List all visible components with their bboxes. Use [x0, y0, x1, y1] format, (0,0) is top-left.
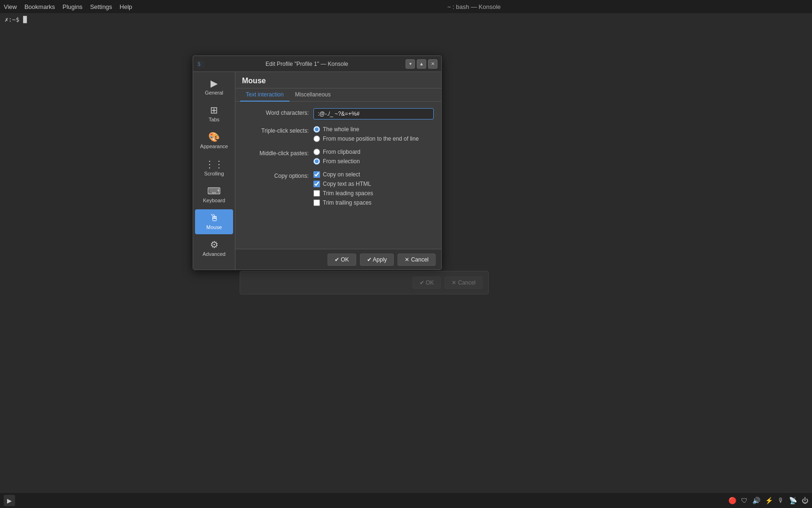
trim-trailing-label: Trim trailing spaces	[323, 199, 372, 206]
dialog-body: ▶ General ⊞ Tabs 🎨 Appearance ⋮⋮ Scrolli…	[193, 72, 441, 270]
menu-view[interactable]: View	[4, 3, 17, 10]
copy-on-select-checkbox[interactable]	[313, 171, 320, 178]
tab-bar: Text interaction Miscellaneous	[235, 88, 441, 102]
word-characters-row: Word characters:	[243, 108, 434, 119]
network-icon[interactable]: 📡	[789, 497, 797, 504]
triple-click-label: Triple-click selects:	[243, 126, 313, 134]
sidebar-item-tabs[interactable]: ⊞ Tabs	[195, 102, 233, 127]
middle-click-selection-radio[interactable]	[313, 158, 320, 165]
copy-as-html-label: Copy text as HTML	[323, 181, 371, 187]
middle-click-label: Middle-click pastes:	[243, 149, 313, 157]
dialog-footer: ✔ OK ✔ Apply ✕ Cancel	[235, 249, 441, 270]
apply-button[interactable]: ✔ Apply	[360, 254, 394, 266]
dialog-container: $ Edit Profile "Profile 1" — Konsole ▾ ▲…	[193, 56, 442, 270]
sidebar-item-general[interactable]: ▶ General	[195, 75, 233, 100]
general-icon: ▶	[211, 79, 218, 88]
middle-click-selection-label: From selection	[323, 158, 360, 165]
triple-click-row: Triple-click selects: The whole line Fro…	[243, 126, 434, 142]
sidebar-item-scrolling[interactable]: ⋮⋮ Scrolling	[195, 156, 233, 181]
tab-content: Word characters: Triple-click selects: T…	[235, 102, 441, 249]
taskbar-left-btn[interactable]: ▶	[4, 495, 15, 506]
middle-click-clipboard-label: From clipboard	[323, 149, 360, 155]
content-header: Mouse	[235, 72, 441, 88]
keyboard-icon: ⌨	[207, 186, 221, 196]
middle-click-clipboard[interactable]: From clipboard	[313, 149, 434, 155]
sidebar-item-keyboard[interactable]: ⌨ Keyboard	[195, 183, 233, 207]
middle-click-clipboard-radio[interactable]	[313, 149, 320, 155]
triple-click-whole-line-label: The whole line	[323, 126, 359, 133]
copy-on-select-label: Copy on select	[323, 171, 360, 178]
cancel-button[interactable]: ✕ Cancel	[398, 254, 436, 266]
sidebar-label-advanced: Advanced	[203, 251, 226, 257]
sidebar-label-scrolling: Scrolling	[204, 171, 224, 177]
tabs-icon: ⊞	[210, 105, 218, 115]
trim-trailing-row[interactable]: Trim trailing spaces	[313, 199, 434, 206]
volume-icon[interactable]: 🔊	[752, 497, 760, 504]
copy-as-html-row[interactable]: Copy text as HTML	[313, 181, 434, 187]
word-characters-label: Word characters:	[243, 108, 313, 116]
advanced-icon: ⚙	[210, 240, 219, 249]
triple-click-controls: The whole line From mouse position to th…	[313, 126, 434, 142]
word-characters-controls	[313, 108, 434, 119]
edit-profile-dialog: $ Edit Profile "Profile 1" — Konsole ▾ ▲…	[193, 56, 442, 270]
sidebar-item-mouse[interactable]: 🖱 Mouse	[195, 209, 233, 234]
menu-help[interactable]: Help	[120, 3, 133, 10]
menu-bookmarks[interactable]: Bookmarks	[24, 3, 55, 10]
close-button[interactable]: ✕	[428, 59, 437, 69]
triple-click-from-mouse[interactable]: From mouse position to the end of line	[313, 135, 434, 142]
microphone-icon[interactable]: 🎙	[778, 497, 784, 504]
menu-settings[interactable]: Settings	[90, 3, 112, 10]
scrolling-icon: ⋮⋮	[205, 159, 224, 169]
terminal-prompt: ✗:~$ █	[0, 13, 812, 26]
power-icon[interactable]: ⏻	[802, 497, 808, 504]
copy-as-html-checkbox[interactable]	[313, 181, 320, 187]
copy-options-row: Copy options: Copy on select Copy text a…	[243, 171, 434, 206]
konsole-icon: $	[197, 60, 204, 68]
sidebar: ▶ General ⊞ Tabs 🎨 Appearance ⋮⋮ Scrolli…	[193, 72, 235, 270]
menu-plugins[interactable]: Plugins	[62, 3, 83, 10]
copy-options-controls: Copy on select Copy text as HTML Trim le…	[313, 171, 434, 206]
triple-click-whole-line-radio[interactable]	[313, 126, 320, 133]
copy-on-select-row[interactable]: Copy on select	[313, 171, 434, 178]
content-area: Mouse Text interaction Miscellaneous Wor…	[235, 72, 441, 270]
mouse-icon: 🖱	[210, 213, 219, 222]
svg-text:$: $	[198, 62, 201, 67]
trim-leading-row[interactable]: Trim leading spaces	[313, 190, 434, 197]
dialog-titlebar: $ Edit Profile "Profile 1" — Konsole ▾ ▲…	[193, 56, 441, 72]
sidebar-label-mouse: Mouse	[206, 224, 222, 230]
tab-text-interaction[interactable]: Text interaction	[240, 88, 289, 102]
top-menu-bar: View Bookmarks Plugins Settings Help ~ :…	[0, 0, 812, 13]
shield-icon[interactable]: 🛡	[741, 497, 748, 504]
appearance-icon: 🎨	[208, 132, 220, 142]
title-buttons: ▾ ▲ ✕	[406, 59, 437, 69]
window-title: ~ : bash — Konsole	[140, 3, 808, 10]
triple-click-whole-line[interactable]: The whole line	[313, 126, 434, 133]
ghost-ok-button: ✔ OK	[413, 277, 441, 289]
sidebar-label-keyboard: Keyboard	[203, 198, 225, 204]
trim-leading-label: Trim leading spaces	[323, 190, 373, 197]
sidebar-item-advanced[interactable]: ⚙ Advanced	[195, 236, 233, 261]
ghost-cancel-button: ✕ Cancel	[445, 277, 483, 289]
triple-click-from-mouse-radio[interactable]	[313, 135, 320, 142]
dialog-title: Edit Profile "Profile 1" — Konsole	[208, 61, 406, 67]
sidebar-item-appearance[interactable]: 🎨 Appearance	[195, 128, 233, 153]
copy-options-label: Copy options:	[243, 171, 313, 179]
word-characters-input[interactable]	[313, 108, 434, 119]
ok-button[interactable]: ✔ OK	[328, 254, 356, 266]
bluetooth-icon[interactable]: ⚡	[765, 497, 773, 504]
middle-click-selection[interactable]: From selection	[313, 158, 434, 165]
dialog-ghost: ✔ OK ✕ Cancel	[240, 271, 489, 294]
middle-click-controls: From clipboard From selection	[313, 149, 434, 165]
notification-icon[interactable]: 🔴	[728, 497, 736, 504]
sidebar-label-tabs: Tabs	[209, 117, 219, 123]
minimize-button[interactable]: ▾	[406, 59, 415, 69]
tab-miscellaneous[interactable]: Miscellaneous	[289, 88, 336, 102]
trim-trailing-checkbox[interactable]	[313, 199, 320, 206]
middle-click-row: Middle-click pastes: From clipboard From…	[243, 149, 434, 165]
sidebar-label-general: General	[205, 90, 223, 96]
status-icons: 🔴 🛡 🔊 ⚡ 🎙 📡 ⏻	[728, 497, 808, 504]
bottom-taskbar: ▶ 🔴 🛡 🔊 ⚡ 🎙 📡 ⏻	[0, 493, 812, 508]
trim-leading-checkbox[interactable]	[313, 190, 320, 197]
triple-click-from-mouse-label: From mouse position to the end of line	[323, 135, 419, 142]
maximize-button[interactable]: ▲	[417, 59, 426, 69]
